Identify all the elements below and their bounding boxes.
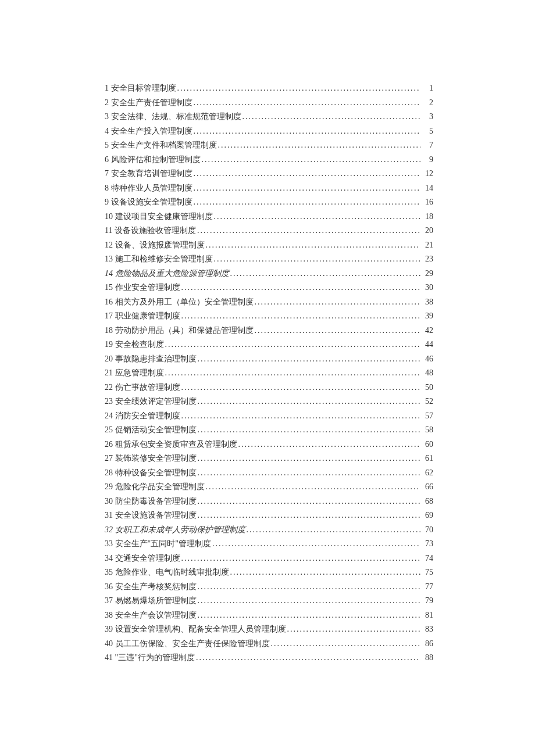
toc-entry-page: 1 <box>422 81 433 96</box>
toc-dots <box>287 622 421 637</box>
toc-entry-page: 74 <box>422 551 433 566</box>
toc-dots <box>238 438 421 452</box>
toc-entry: 9 设备设施安全管理制度 16 <box>105 195 433 210</box>
toc-entry: 26 租赁承包安全资质审查及管理制度 60 <box>105 438 433 452</box>
toc-dots <box>181 409 421 424</box>
toc-dots <box>196 651 420 665</box>
toc-entry-title: 20 事故隐患排查治理制度 <box>105 352 197 367</box>
toc-entry: 16 相关方及外用工（单位）安全管理制度 38 <box>105 295 433 310</box>
toc-entry: 19 安全检查制度 44 <box>105 338 433 352</box>
toc-dots <box>198 395 421 409</box>
toc-entry-title: 15 作业安全管理制度 <box>105 281 180 295</box>
toc-entry-title: 13 施工和检维修安全管理制度 <box>105 252 213 267</box>
toc-dots <box>181 281 421 295</box>
toc-dots <box>198 423 421 438</box>
toc-entry-title: 30 防尘防毒设备管理制度 <box>105 495 197 509</box>
toc-dots <box>242 110 421 124</box>
toc-dots <box>198 608 421 623</box>
toc-entry: 7 安全教育培训管理制度 12 <box>105 167 433 181</box>
toc-entry-page: 30 <box>422 281 433 295</box>
toc-entry-page: 50 <box>422 381 433 395</box>
toc-entry-page: 44 <box>422 338 433 352</box>
table-of-contents: 1 安全目标管理制度 12 安全生产责任管理制度 23 安全法律、法规、标准规范… <box>105 81 433 665</box>
toc-entry-title: 28 特种设备安全管理制度 <box>105 466 197 481</box>
toc-entry-page: 42 <box>422 324 433 338</box>
toc-entry-title: 36 安全生产考核奖惩制度 <box>105 580 197 594</box>
toc-dots <box>255 295 421 310</box>
toc-entry-title: 35 危险作业、电气临时线审批制度 <box>105 565 229 580</box>
toc-entry: 13 施工和检维修安全管理制度 23 <box>105 252 433 267</box>
toc-entry: 18 劳动防护用品（具）和保健品管理制度 42 <box>105 324 433 338</box>
toc-entry-title: 11 设备设施验收管理制度 <box>105 224 196 238</box>
toc-entry: 10 建设项目安全健康管理制度 18 <box>105 210 433 224</box>
toc-entry-page: 20 <box>422 224 433 238</box>
toc-entry: 12 设备、设施报废管理制度 21 <box>105 238 433 253</box>
toc-entry: 22 伤亡事故管理制度 50 <box>105 381 433 395</box>
toc-dots <box>181 381 421 395</box>
toc-entry: 28 特种设备安全管理制度 62 <box>105 466 433 481</box>
toc-entry-title: 16 相关方及外用工（单位）安全管理制度 <box>105 295 254 310</box>
toc-entry-title: 17 职业健康管理制度 <box>105 309 180 324</box>
toc-entry: 41 "三违"行为的管理制度 88 <box>105 651 433 665</box>
toc-dots <box>194 181 421 196</box>
toc-entry-title: 3 安全法律、法规、标准规范管理制度 <box>105 110 241 124</box>
toc-entry: 15 作业安全管理制度 30 <box>105 281 433 295</box>
toc-dots <box>271 637 421 651</box>
toc-dots <box>214 252 421 267</box>
toc-entry-title: 4 安全生产投入管理制度 <box>105 124 192 139</box>
toc-entry-page: 9 <box>422 153 433 167</box>
toc-entry-title: 18 劳动防护用品（具）和保健品管理制度 <box>105 324 254 338</box>
toc-entry: 25 促销活动安全管理制度 58 <box>105 423 433 438</box>
toc-entry: 33 安全生产"五同时"管理制度 73 <box>105 537 433 551</box>
toc-entry: 6 风险评估和控制管理制度 9 <box>105 153 433 167</box>
toc-dots <box>198 452 421 466</box>
toc-dots <box>198 495 421 509</box>
toc-entry-title: 19 安全检查制度 <box>105 338 164 352</box>
toc-entry-title: 31 安全设施设备管理制度 <box>105 508 197 523</box>
toc-entry-title: 5 安全生产文件和档案管理制度 <box>105 138 217 153</box>
toc-entry: 40 员工工伤保险、安全生产责任保险管理制度 86 <box>105 637 433 651</box>
toc-dots <box>230 565 421 580</box>
toc-entry: 31 安全设施设备管理制度 69 <box>105 508 433 523</box>
toc-entry-page: 58 <box>422 423 433 438</box>
toc-entry: 39 设置安全管理机构、配备安全管理人员管理制度 83 <box>105 622 433 637</box>
toc-entry-page: 39 <box>422 309 433 324</box>
toc-entry-title: 37 易燃易爆场所管理制度 <box>105 594 197 608</box>
toc-dots <box>181 309 421 324</box>
toc-entry-page: 5 <box>422 124 433 139</box>
toc-dots <box>230 267 421 281</box>
toc-entry: 17 职业健康管理制度 39 <box>105 309 433 324</box>
toc-entry-page: 52 <box>422 395 433 409</box>
toc-entry-page: 57 <box>422 409 433 424</box>
toc-entry: 23 安全绩效评定管理制度 52 <box>105 395 433 409</box>
toc-dots <box>198 466 421 481</box>
toc-entry-title: 6 风险评估和控制管理制度 <box>105 153 201 167</box>
toc-entry-title: 32 女职工和未成年人劳动保护管理制度 <box>105 523 245 538</box>
toc-entry-page: 23 <box>422 252 433 267</box>
toc-entry-title: 39 设置安全管理机构、配备安全管理人员管理制度 <box>105 622 286 637</box>
toc-entry-page: 18 <box>422 210 433 224</box>
toc-entry: 36 安全生产考核奖惩制度 77 <box>105 580 433 594</box>
toc-dots <box>194 195 421 210</box>
toc-entry-page: 66 <box>422 480 433 495</box>
toc-entry-title: 14 危险物品及重大危险源管理制度 <box>105 267 229 281</box>
toc-entry: 8 特种作业人员管理制度 14 <box>105 181 433 196</box>
toc-entry-title: 9 设备设施安全管理制度 <box>105 195 192 210</box>
toc-dots <box>198 508 421 523</box>
toc-entry: 3 安全法律、法规、标准规范管理制度 3 <box>105 110 433 124</box>
toc-dots <box>194 96 421 110</box>
toc-entry-page: 21 <box>422 238 433 253</box>
toc-entry-page: 69 <box>422 508 433 523</box>
toc-entry: 32 女职工和未成年人劳动保护管理制度 70 <box>105 523 433 538</box>
toc-entry-page: 83 <box>422 622 433 637</box>
toc-dots <box>198 580 421 594</box>
toc-entry-title: 24 消防安全管理制度 <box>105 409 180 424</box>
toc-entry: 38 安全生产会议管理制度 81 <box>105 608 433 623</box>
toc-entry-title: 12 设备、设施报废管理制度 <box>105 238 205 253</box>
toc-entry-title: 21 应急管理制度 <box>105 366 164 381</box>
toc-entry: 1 安全目标管理制度 1 <box>105 81 433 96</box>
toc-entry-page: 60 <box>422 438 433 452</box>
toc-dots <box>197 224 420 238</box>
toc-entry-page: 16 <box>422 195 433 210</box>
toc-entry: 11 设备设施验收管理制度 20 <box>105 224 433 238</box>
